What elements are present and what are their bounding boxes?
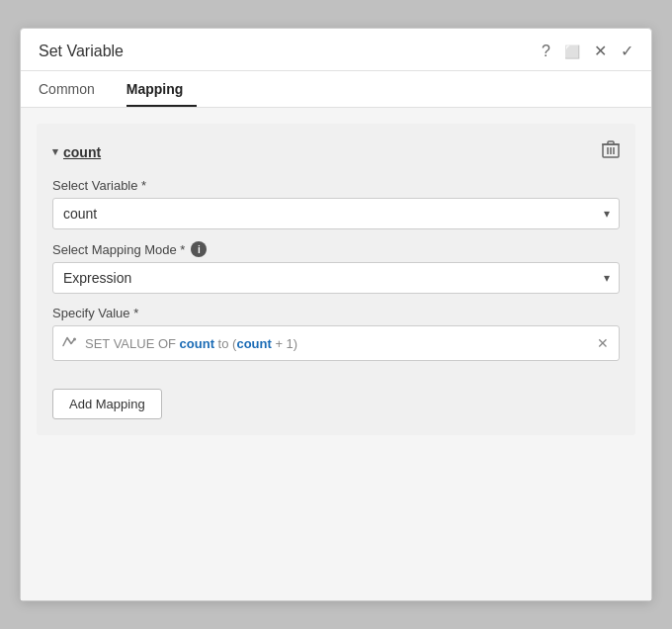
select-variable-wrapper: count ▾ — [52, 198, 620, 229]
expression-suffix: + 1) — [272, 336, 297, 351]
add-mapping-button[interactable]: Add Mapping — [52, 389, 162, 419]
dialog-body: ▾ count Select Variable * — [21, 108, 651, 600]
mapping-card: ▾ count Select Variable * — [37, 124, 635, 435]
expression-tool-icon — [61, 334, 77, 353]
set-variable-dialog: Set Variable ? ⬜ ✕ ✓ Common Mapping ▾ co… — [20, 28, 652, 601]
dialog-header: Set Variable ? ⬜ ✕ ✓ — [21, 29, 651, 71]
select-variable-input[interactable]: count — [52, 198, 620, 229]
mapping-card-title: ▾ count — [52, 144, 101, 160]
select-mapping-mode-label: Select Mapping Mode * i — [52, 241, 620, 257]
expression-var2: count — [236, 336, 271, 351]
expression-text: SET VALUE OF count to (count + 1) — [85, 336, 297, 351]
help-icon[interactable]: ? — [542, 44, 550, 59]
confirm-icon[interactable]: ✓ — [621, 44, 633, 59]
expression-keyword: SET VALUE OF — [85, 336, 180, 351]
tab-common[interactable]: Common — [39, 71, 109, 107]
expression-to: to ( — [214, 336, 236, 351]
chevron-down-icon: ▾ — [52, 145, 58, 158]
select-mapping-mode-input[interactable]: Expression — [52, 262, 620, 294]
mapping-card-header: ▾ count — [52, 139, 620, 164]
specify-value-group: Specify Value * SET VALUE OF count to (c… — [52, 306, 620, 361]
dialog-title: Set Variable — [39, 43, 124, 60]
specify-value-label: Specify Value * — [52, 306, 620, 320]
mapping-mode-info-icon[interactable]: i — [191, 241, 207, 257]
section-title: count — [63, 144, 101, 160]
tabs: Common Mapping — [21, 71, 651, 108]
tab-mapping[interactable]: Mapping — [126, 71, 198, 107]
select-variable-group: Select Variable * count ▾ — [52, 178, 620, 229]
close-icon[interactable]: ✕ — [594, 44, 607, 59]
expression-wrapper: SET VALUE OF count to (count + 1) ✕ — [52, 325, 620, 361]
delete-mapping-icon[interactable] — [602, 139, 620, 164]
select-mapping-mode-wrapper: Expression ▾ — [52, 262, 620, 294]
expression-clear-icon[interactable]: ✕ — [597, 335, 609, 351]
expression-field[interactable]: SET VALUE OF count to (count + 1) ✕ — [52, 325, 620, 361]
select-variable-label: Select Variable * — [52, 178, 620, 193]
expression-var1: count — [180, 336, 214, 351]
header-icons: ? ⬜ ✕ ✓ — [542, 44, 633, 59]
expand-icon[interactable]: ⬜ — [564, 45, 580, 58]
svg-point-5 — [73, 338, 76, 341]
select-mapping-mode-group: Select Mapping Mode * i Expression ▾ — [52, 241, 620, 294]
